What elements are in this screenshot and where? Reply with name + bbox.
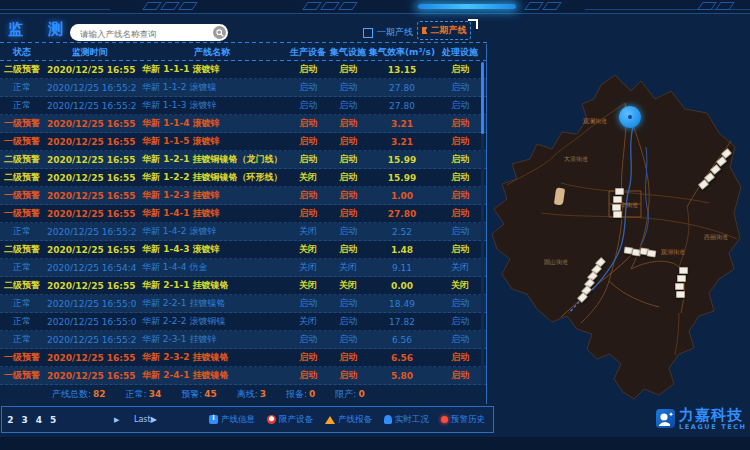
station-marker[interactable] xyxy=(676,291,685,298)
page-number[interactable]: 2 xyxy=(7,415,13,425)
table-body: 二级预警 2020/12/25 16:55:24 华新 1-1-1 滚镀锌 启动… xyxy=(0,61,486,385)
table-row[interactable]: 正常 2020/12/25 16:55:04 华新 2-2-2 滚镀铜镍 关闭 … xyxy=(0,313,486,331)
line-name-cell: 华新 1-4-1 挂镀锌 xyxy=(136,207,288,220)
station-marker[interactable] xyxy=(615,188,624,195)
station-marker[interactable] xyxy=(677,275,686,282)
logo-subtitle: LEAGUE TECH xyxy=(679,423,747,431)
bottom-bar: 1 2 3 4 5 ▶ Last▶ 产线信息 限产设备 xyxy=(1,406,494,433)
summary-label: 预警: xyxy=(181,389,202,399)
legend-item[interactable]: 产线报备 xyxy=(325,414,372,426)
gas-efficiency-cell: 6.56 xyxy=(368,353,436,363)
search-button[interactable] xyxy=(213,26,226,39)
next-page-button[interactable]: ▶ xyxy=(114,416,119,424)
summary-item: 报备:0 xyxy=(286,388,315,401)
table-row[interactable]: 正常 2020/12/25 16:54:44 华新 1-4-4 仿金 关闭 关闭… xyxy=(0,259,486,277)
production-device-cell: 启动 xyxy=(288,135,328,148)
table-row[interactable]: 二级预警 2020/12/25 16:55:04 华新 1-4-3 滚镀锌 关闭… xyxy=(0,241,486,259)
page-number[interactable]: 3 xyxy=(22,415,28,425)
map-area-label: 大浪街道 xyxy=(564,155,588,164)
table-row[interactable]: 一级预警 2020/12/25 16:55:24 华新 1-1-4 滚镀锌 启动… xyxy=(0,115,486,133)
search-icon xyxy=(216,29,224,37)
corner-bracket-decor xyxy=(468,19,478,29)
phase2-button[interactable]: 二期产线 xyxy=(417,21,471,40)
station-marker[interactable] xyxy=(613,196,622,203)
phase1-toggle[interactable]: 一期产线 xyxy=(363,26,413,39)
decor-shape xyxy=(524,2,544,10)
summary-item: 正常:34 xyxy=(126,388,162,401)
legend-item[interactable]: 产线信息 xyxy=(209,414,255,426)
line-name-cell: 华新 1-4-4 仿金 xyxy=(136,261,288,274)
table-row[interactable]: 一级预警 2020/12/25 16:55:24 华新 1-2-3 挂镀锌 启动… xyxy=(0,187,486,205)
phase1-checkbox[interactable] xyxy=(363,28,373,38)
decor-shape xyxy=(302,2,322,10)
station-marker[interactable] xyxy=(679,267,688,274)
station-marker[interactable] xyxy=(613,211,622,218)
table-row[interactable]: 一级预警 2020/12/25 16:55:24 华新 1-1-5 滚镀锌 启动… xyxy=(0,133,486,151)
table-header-cell: 产线名称 xyxy=(136,46,288,59)
decor-shape xyxy=(320,2,340,10)
summary-label: 产线总数: xyxy=(52,389,91,399)
status-cell: 一级预警 xyxy=(0,351,44,364)
summary-label: 报备: xyxy=(286,389,307,399)
selected-station-marker[interactable] xyxy=(619,106,641,128)
status-cell: 正常 xyxy=(0,261,44,274)
table-row[interactable]: 二级预警 2020/12/25 16:55:24 华新 1-1-1 滚镀锌 启动… xyxy=(0,61,486,79)
district-map[interactable]: 观澜街道 大浪街道 龙华街道 园山街道 观湖街道 西丽街道 xyxy=(483,55,750,400)
legend-label: 实时工况 xyxy=(395,414,429,426)
station-marker[interactable] xyxy=(612,204,621,211)
station-marker[interactable] xyxy=(647,249,657,257)
production-device-cell: 关闭 xyxy=(288,279,328,292)
table-row[interactable]: 一级预警 2020/12/25 16:55:24 华新 2-3-2 挂镀镍铬 启… xyxy=(0,349,486,367)
divider xyxy=(0,42,487,43)
treatment-facility-cell: 关闭 xyxy=(436,261,484,274)
table-header-cell: 集气效率(m³/s) xyxy=(368,46,436,59)
table-row[interactable]: 正常 2020/12/25 16:55:24 华新 1-4-2 滚镀锌 关闭 启… xyxy=(0,223,486,241)
production-device-cell: 启动 xyxy=(288,153,328,166)
monitoring-dashboard: 监 测 一期产线 二期产线 状态 监测时间 产线名称 生产设备 集气设施 xyxy=(0,0,750,450)
gas-efficiency-cell: 1.48 xyxy=(368,245,436,255)
last-page-button[interactable]: Last▶ xyxy=(134,415,157,424)
page-number[interactable]: 5 xyxy=(50,415,56,425)
time-cell: 2020/12/25 16:55:24 xyxy=(44,281,136,291)
status-cell: 正常 xyxy=(0,315,44,328)
gas-facility-cell: 启动 xyxy=(328,81,368,94)
search-input[interactable] xyxy=(78,25,210,42)
table-row[interactable]: 一级预警 2020/12/25 16:55:24 华新 2-4-1 挂镀镍铬 启… xyxy=(0,367,486,385)
gas-facility-cell: 启动 xyxy=(328,135,368,148)
line-name-cell: 华新 2-2-2 滚镀铜镍 xyxy=(136,315,288,328)
table-header-cell: 处理设施 xyxy=(436,46,484,59)
gas-efficiency-cell: 27.80 xyxy=(368,209,436,219)
legend-item[interactable]: 实时工况 xyxy=(384,414,429,426)
production-device-cell: 启动 xyxy=(288,207,328,220)
top-decor-strip xyxy=(0,0,750,14)
table-header-cell: 集气设施 xyxy=(328,46,368,59)
legend-item[interactable]: 预警历史 xyxy=(441,414,485,426)
table-row[interactable]: 二级预警 2020/12/25 16:55:04 华新 1-2-1 挂镀铜镍铬（… xyxy=(0,151,486,169)
table-row[interactable]: 二级预警 2020/12/25 16:55:24 华新 2-1-1 挂镀镍铬 关… xyxy=(0,277,486,295)
table-row[interactable]: 正常 2020/12/25 16:55:04 华新 2-2-1 挂镀镍铬 启动 … xyxy=(0,295,486,313)
station-marker[interactable] xyxy=(675,283,684,290)
table-row[interactable]: 正常 2020/12/25 16:55:24 华新 1-1-2 滚镀镍 启动 启… xyxy=(0,79,486,97)
gas-facility-cell: 启动 xyxy=(328,315,368,328)
brand-logo: 力嘉科技 LEAGUE TECH xyxy=(656,407,747,431)
gas-facility-cell: 启动 xyxy=(328,243,368,256)
legend-item[interactable]: 限产设备 xyxy=(267,414,313,426)
page-number[interactable]: 4 xyxy=(36,415,42,425)
time-cell: 2020/12/25 16:55:24 xyxy=(44,209,136,219)
pagination: 1 2 3 4 5 xyxy=(1,415,56,425)
legend-icon xyxy=(325,416,335,424)
production-device-cell: 启动 xyxy=(288,189,328,202)
status-cell: 二级预警 xyxy=(0,153,44,166)
line-name-cell: 华新 1-1-2 滚镀镍 xyxy=(136,81,288,94)
line-name-cell: 华新 1-1-4 滚镀锌 xyxy=(136,117,288,130)
status-cell: 一级预警 xyxy=(0,135,44,148)
search-box[interactable] xyxy=(70,24,228,41)
table-row[interactable]: 二级预警 2020/12/25 16:55:24 华新 1-2-2 挂镀铜镍铬（… xyxy=(0,169,486,187)
table-row[interactable]: 正常 2020/12/25 16:55:24 华新 1-1-3 滚镀锌 启动 启… xyxy=(0,97,486,115)
line-name-cell: 华新 1-4-2 滚镀锌 xyxy=(136,225,288,238)
production-device-cell: 关闭 xyxy=(288,171,328,184)
table-row[interactable]: 一级预警 2020/12/25 16:55:24 华新 1-4-1 挂镀锌 启动… xyxy=(0,205,486,223)
table-header-cell: 状态 xyxy=(0,46,44,59)
table-row[interactable]: 正常 2020/12/25 16:55:24 华新 2-3-1 挂镀锌 启动 启… xyxy=(0,331,486,349)
treatment-facility-cell: 启动 xyxy=(436,351,484,364)
